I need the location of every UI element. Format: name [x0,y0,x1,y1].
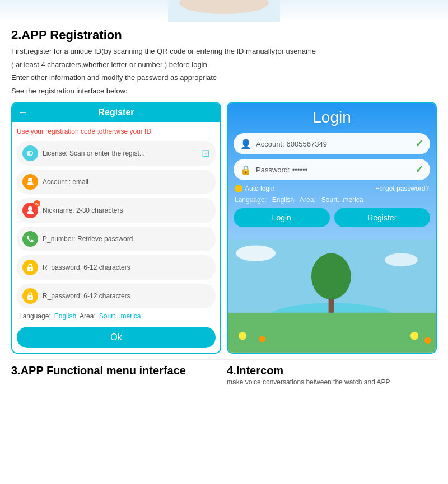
register-panel-header: ← Register [12,103,220,122]
account-icon [22,174,38,190]
phone-icon [22,231,38,247]
login-password-field[interactable]: 🔒 Password: •••••• ✓ [234,159,430,180]
svg-point-16 [239,332,246,340]
rpassword1-text: R_password: 6-12 characters [43,264,130,271]
id-icon: ID [22,145,38,161]
phone-field[interactable]: P_number: Retrieve password [17,227,216,251]
nickname-text: Nickname: 2-30 characters [43,206,123,214]
login-panel: Login 👤 Account: 6005567349 ✓ 🔒 Password… [227,102,437,354]
bottom-titles: 3.APP Functional menu interface 4.Interc… [11,359,437,386]
section4: 4.Intercom make voice conversations betw… [227,364,437,386]
account-text: Account : email [43,178,88,186]
svg-point-6 [30,269,31,270]
register-warning: Use your registration code ;otherwise yo… [17,126,216,137]
rpassword2-icon [22,288,38,304]
svg-point-18 [410,332,418,340]
auto-login-label: Auto login [245,185,274,192]
login-language-label: Language: [235,196,267,204]
login-area-label: Area: [300,196,316,204]
rpassword1-icon [22,260,38,275]
auto-login-option[interactable]: Auto login [235,185,274,192]
license-text: License: Scan or enter the regist... [43,149,145,157]
main-content: 2.APP Registration First,register for a … [0,22,448,392]
license-field[interactable]: ID License: Scan or enter the regist... … [17,141,216,166]
login-account-value: 6005567349 [287,140,327,148]
login-account-field[interactable]: 👤 Account: 6005567349 ✓ [234,133,430,154]
svg-rect-3 [29,181,31,182]
nickname-icon: N [22,203,38,218]
register-area-value[interactable]: Sourt...merica [99,312,141,320]
login-nature-bg [228,240,436,353]
login-account-icon: 👤 [240,139,251,149]
section2-desc2: ( at least 4 characters,whether letter o… [11,59,437,71]
rpassword1-field[interactable]: R_password: 6-12 characters [17,255,216,280]
forget-password-link[interactable]: Forget password? [375,185,429,192]
phone-text: P_number: Retrieve password [43,235,133,243]
section2-desc4: See the registration interface below: [11,86,437,97]
back-arrow-icon[interactable]: ← [18,107,28,119]
register-lang-row: Language: English Area: Sourt...merica [19,312,213,320]
login-button[interactable]: Login [234,208,330,227]
register-title: Register [98,107,134,118]
svg-point-11 [385,253,418,267]
top-image-strip [0,0,448,22]
register-panel: ← Register Use your registration code ;o… [11,102,221,354]
rpassword2-field[interactable]: R_password: 6-12 characters [17,284,216,308]
login-password-dots: •••••• [292,166,307,174]
rpassword2-text: R_password: 6-12 characters [43,292,130,300]
svg-point-17 [259,336,266,342]
register-panel-body: Use your registration code ;otherwise yo… [12,122,220,353]
svg-point-15 [311,253,351,300]
register-language-value[interactable]: English [54,312,76,320]
nickname-field[interactable]: N Nickname: 2-30 characters [17,198,216,223]
register-button[interactable]: Register [334,208,431,227]
svg-point-4 [28,206,32,211]
section3: 3.APP Functional menu interface [11,364,221,386]
login-area-value[interactable]: Sourt...merica [321,196,363,204]
login-content: Login 👤 Account: 6005567349 ✓ 🔒 Password… [228,103,436,233]
login-account-label: Account: [256,140,284,148]
login-password-icon: 🔒 [240,165,251,175]
register-language-label: Language: [19,312,51,320]
scan-icon[interactable]: ⊡ [202,147,210,159]
section3-title: 3.APP Functional menu interface [11,364,221,377]
section2-desc3: Enter other information and modify the p… [11,72,437,83]
login-account-check: ✓ [415,138,423,150]
svg-point-10 [236,246,276,261]
panels-container: ← Register Use your registration code ;o… [11,102,437,354]
auto-login-radio[interactable] [235,185,242,192]
login-password-check: ✓ [415,163,423,176]
login-language-value[interactable]: English [272,196,294,204]
account-field[interactable]: Account : email [17,170,216,194]
section2-title: 2.APP Registration [11,28,437,43]
login-password-label: Password: [256,166,290,174]
svg-point-8 [30,297,31,299]
login-options-row: Auto login Forget password? [235,185,429,192]
svg-point-19 [424,337,431,344]
ok-button[interactable]: Ok [17,327,216,348]
section2-desc1: First,register for a unique ID(by scanni… [11,46,437,57]
register-area-label: Area: [80,312,96,320]
section4-title: 4.Intercom [227,364,437,377]
login-title: Login [234,109,430,126]
svg-rect-13 [228,313,436,353]
login-buttons-row: Login Register [234,208,430,227]
section4-desc: make voice conversations between the wat… [227,378,437,386]
login-lang-row: Language: English Area: Sourt...merica [235,196,429,204]
